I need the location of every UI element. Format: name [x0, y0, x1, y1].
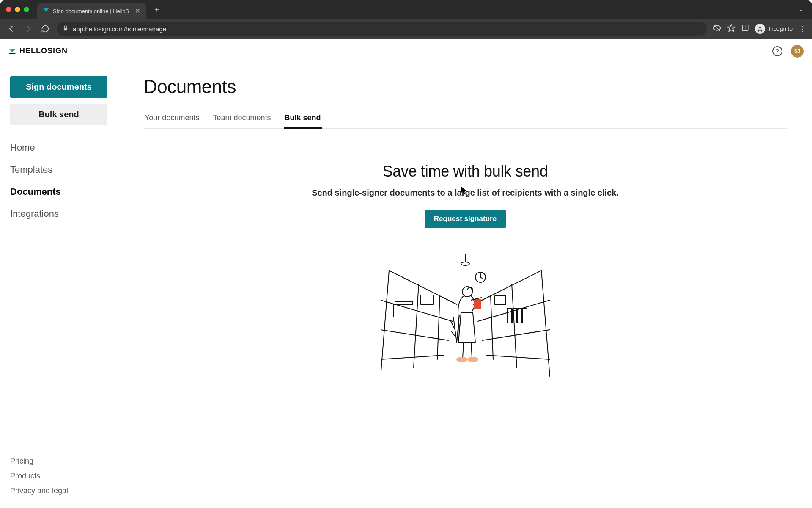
svg-line-20 [491, 296, 493, 359]
sidebar: Sign documents Bulk send Home Templates … [0, 64, 127, 508]
sidebar-link-privacy[interactable]: Privacy and legal [10, 486, 117, 495]
tab-close-icon[interactable]: ✕ [135, 7, 140, 15]
svg-line-13 [381, 355, 444, 359]
page-title: Documents [144, 76, 787, 97]
browser-menu-icon[interactable]: ⋮ [798, 24, 806, 33]
tabs-dropdown-icon[interactable]: ⌄ [796, 6, 806, 13]
bulk-send-button[interactable]: Bulk send [10, 104, 107, 125]
svg-line-16 [541, 271, 550, 376]
svg-marker-2 [728, 25, 735, 32]
svg-point-42 [468, 357, 478, 362]
reload-button[interactable] [40, 23, 51, 34]
incognito-chip[interactable]: Incognito [755, 24, 793, 34]
svg-marker-0 [44, 8, 49, 12]
app-body: Sign documents Bulk send Home Templates … [0, 64, 812, 508]
forward-button[interactable] [23, 23, 34, 34]
document-tabs: Your documents Team documents Bulk send [144, 109, 787, 129]
svg-rect-3 [742, 25, 748, 31]
address-bar[interactable]: app.hellosign.com/home/manage [57, 22, 707, 36]
svg-line-8 [474, 271, 541, 304]
favicon-icon [43, 8, 49, 14]
hero-subtext: Send single-signer documents to a large … [312, 188, 619, 198]
toolbar-right: Incognito ⋮ [713, 24, 806, 34]
new-tab-button[interactable]: ＋ [151, 3, 163, 16]
svg-marker-5 [9, 49, 16, 52]
app-header: HELLOSIGN ? SJ [0, 39, 812, 64]
user-avatar[interactable]: SJ [791, 45, 804, 58]
svg-point-41 [457, 357, 467, 362]
request-signature-button[interactable]: Request signature [425, 210, 506, 228]
svg-line-7 [389, 271, 457, 304]
browser-tab-title: Sign documents online | HelloS [53, 8, 129, 14]
sign-documents-button[interactable]: Sign documents [10, 76, 107, 98]
lock-icon [63, 25, 69, 33]
logo-text: HELLOSIGN [19, 47, 68, 55]
sidebar-item-home[interactable]: Home [10, 142, 117, 153]
svg-line-19 [437, 296, 440, 359]
sidebar-item-documents[interactable]: Documents [10, 186, 117, 197]
tab-strip: Sign documents online | HelloS ✕ ＋ [37, 0, 796, 19]
panel-icon[interactable] [741, 24, 749, 33]
svg-rect-24 [508, 309, 512, 323]
window-frame: Sign documents online | HelloS ✕ ＋ ⌄ app… [0, 0, 812, 508]
sidebar-link-products[interactable]: Products [10, 472, 117, 480]
hero-illustration [381, 254, 550, 381]
sidebar-nav: Home Templates Documents Integrations [10, 142, 117, 219]
bookmark-star-icon[interactable] [727, 24, 735, 34]
help-button[interactable]: ? [772, 46, 782, 56]
back-button[interactable] [6, 23, 17, 34]
sidebar-cta-stack: Sign documents Bulk send [10, 76, 117, 125]
browser-tab-active[interactable]: Sign documents online | HelloS ✕ [37, 3, 146, 19]
tab-team-documents[interactable]: Team documents [212, 109, 272, 128]
svg-rect-28 [495, 296, 506, 304]
tab-your-documents[interactable]: Your documents [144, 109, 200, 128]
hellosign-logo[interactable]: HELLOSIGN [8, 47, 68, 55]
sidebar-footer: Pricing Products Privacy and legal [10, 457, 117, 495]
svg-rect-40 [475, 299, 480, 309]
eye-off-icon[interactable] [713, 24, 721, 34]
svg-line-17 [414, 284, 419, 368]
logo-mark-icon [8, 47, 16, 55]
svg-rect-23 [421, 295, 433, 304]
window-minimize-button[interactable] [15, 7, 20, 12]
svg-line-18 [512, 284, 517, 368]
svg-rect-6 [9, 53, 16, 54]
main-content: Documents Your documents Team documents … [127, 64, 812, 508]
svg-line-14 [486, 355, 550, 359]
app-root: HELLOSIGN ? SJ Sign documents Bulk send … [0, 39, 812, 508]
tab-bulk-send[interactable]: Bulk send [284, 109, 322, 128]
svg-line-15 [381, 271, 389, 376]
hero-headline: Save time with bulk send [383, 163, 548, 180]
traffic-lights [6, 7, 29, 12]
window-zoom-button[interactable] [24, 7, 29, 12]
svg-rect-27 [523, 309, 527, 323]
svg-rect-22 [395, 302, 413, 304]
sidebar-link-pricing[interactable]: Pricing [10, 457, 117, 466]
bulk-send-hero: Save time with bulk send Send single-sig… [144, 163, 787, 381]
svg-point-30 [461, 262, 469, 265]
incognito-icon [755, 24, 765, 34]
titlebar: Sign documents online | HelloS ✕ ＋ ⌄ [0, 0, 812, 19]
sidebar-item-templates[interactable]: Templates [10, 164, 117, 175]
window-close-button[interactable] [6, 7, 11, 12]
browser-toolbar: app.hellosign.com/home/manage Incognito … [0, 19, 812, 39]
svg-line-33 [480, 277, 483, 279]
incognito-label: Incognito [768, 25, 793, 32]
svg-point-39 [462, 287, 472, 297]
sidebar-item-integrations[interactable]: Integrations [10, 208, 117, 219]
svg-line-38 [452, 332, 455, 336]
svg-rect-26 [518, 309, 522, 323]
url-text: app.hellosign.com/home/manage [73, 25, 166, 33]
